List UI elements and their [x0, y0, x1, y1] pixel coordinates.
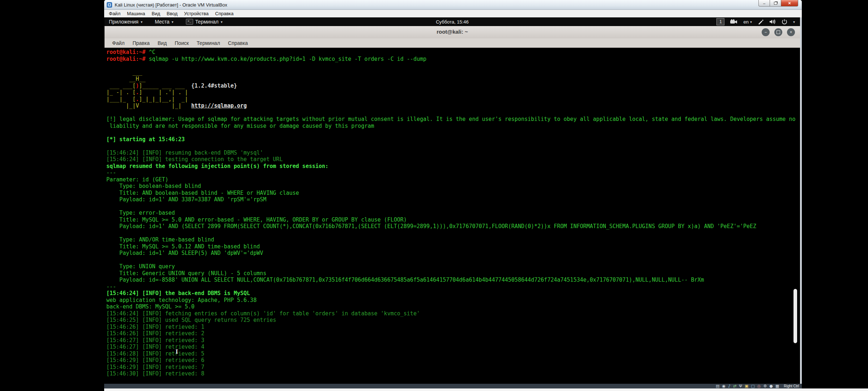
- terminal-text-span: |_ -| . [: [106, 89, 136, 96]
- terminal-line: [106, 109, 800, 116]
- panel-item-2[interactable]: >_Терминал▾: [186, 19, 223, 25]
- optical-disk-icon[interactable]: ◉: [722, 384, 726, 388]
- mouse-icon[interactable]: ●: [769, 384, 773, 388]
- vbox-menu-item-4[interactable]: Устройства: [181, 10, 212, 17]
- vbox-menu-item-2[interactable]: Вид: [148, 10, 163, 17]
- terminal-scrollbar[interactable]: [793, 289, 797, 343]
- vbox-titlebar[interactable]: Kali Linux (чистая) [Работает] - Oracle …: [104, 0, 802, 10]
- terminal-line: liability and are not responsible for an…: [106, 123, 800, 130]
- terminal-text-span: ]_|_|_|__,| _|: [139, 96, 188, 102]
- audio-icon[interactable]: ♪: [728, 384, 731, 388]
- terminal-menu-item-0[interactable]: Файл: [108, 39, 128, 47]
- window-title: Kali Linux (чистая) [Работает] - Oracle …: [115, 2, 227, 8]
- hard-disk-icon[interactable]: ▤: [716, 384, 719, 388]
- terminal-line: Type: AND/OR time-based blind: [106, 236, 800, 243]
- panel-item-label: Приложения: [109, 19, 139, 25]
- terminal-text-span: [15:46:27] [INFO] retrieved: 3: [106, 337, 204, 344]
- terminal-line: [15:46:29] [INFO] retrieved: 6: [106, 357, 800, 364]
- terminal-text-span: Title: MySQL >= 5.0.12 AND time-based bl…: [106, 243, 260, 250]
- terminal-text-span: ---: [106, 283, 116, 290]
- pen-icon[interactable]: [758, 19, 763, 25]
- terminal-text-span: liability and are not responsible for an…: [106, 123, 374, 129]
- terminal-text-span: [*] starting at 15:46:23: [106, 136, 185, 143]
- terminal-text-span: ] | .'| . |: [139, 89, 188, 96]
- terminal-line: Payload: id=1' AND (SELECT 2899 FROM(SEL…: [106, 223, 800, 230]
- chevron-down-icon: ▾: [172, 20, 174, 24]
- close-button[interactable]: ×: [781, 0, 798, 7]
- terminal-line: [15:46:25] [INFO] used SQL query returns…: [106, 317, 800, 324]
- keyboard-icon[interactable]: ▦: [775, 384, 779, 388]
- virtualbox-logo-icon: [106, 2, 112, 8]
- power-icon[interactable]: [782, 19, 787, 25]
- terminal-text-span: Title: MySQL >= 5.0 AND error-based - WH…: [106, 216, 407, 223]
- terminal-line: Type: UNION query: [106, 263, 800, 270]
- terminal-text-span: [15:46:24] [INFO] the back-end DBMS is M…: [106, 290, 250, 297]
- display-icon[interactable]: ▢: [751, 384, 754, 388]
- panel-menu-chevron-icon[interactable]: ▾: [793, 20, 795, 24]
- terminal-menu-item-1[interactable]: Правка: [128, 39, 153, 47]
- terminal-line: [15:46:24] [INFO] resuming back-end DBMS…: [106, 150, 800, 156]
- terminal-line: [!] legal disclaimer: Usage of sqlmap fo…: [106, 116, 800, 123]
- vbox-menu-item-5[interactable]: Справка: [212, 10, 237, 17]
- panel-item-1[interactable]: Места▾: [155, 19, 174, 25]
- terminal-text-span: ---: [106, 169, 116, 176]
- restore-button[interactable]: [770, 0, 781, 7]
- minimize-button[interactable]: –: [758, 0, 770, 7]
- terminal-line: [106, 62, 800, 69]
- kali-top-panel: Приложения▾Места▾>_Терминал▾ Суббота, 15…: [105, 17, 800, 26]
- terminal-minimize-button[interactable]: −: [762, 28, 770, 36]
- terminal-line: Parameter: id (GET): [106, 176, 800, 183]
- panel-item-0[interactable]: Приложения▾: [109, 19, 142, 25]
- terminal-output[interactable]: root@kali:~# ^Croot@kali:~# sqlmap -u ht…: [105, 48, 800, 384]
- terminal-line: [15:46:24] [INFO] the back-end DBMS is M…: [106, 290, 800, 297]
- terminal-line: [106, 230, 800, 237]
- shared-folders-icon[interactable]: ▣: [745, 384, 748, 388]
- terminal-line: [15:46:27] [INFO] retrieved: 3: [106, 337, 800, 344]
- mouse-text-cursor: I: [175, 348, 178, 355]
- camera-icon[interactable]: [730, 19, 737, 24]
- panel-clock[interactable]: Суббота, 15:46: [436, 19, 469, 25]
- terminal-line: [106, 143, 800, 150]
- terminal-line: back-end DBMS: MySQL >= 5.0: [106, 303, 800, 310]
- workspace-indicator[interactable]: 1: [716, 18, 724, 25]
- vbox-menu-item-1[interactable]: Машина: [124, 10, 148, 17]
- screenshot-stage: Kali Linux (чистая) [Работает] - Oracle …: [0, 0, 868, 391]
- terminal-text-span: [15:46:24] [INFO] resuming back-end DBMS…: [106, 150, 263, 156]
- terminal-text-span: __H__: [106, 76, 145, 82]
- terminal-text-span: [15:46:26] [INFO] retrieved: 1: [106, 324, 204, 330]
- terminal-text-span: ___ ___[: [106, 83, 136, 89]
- terminal-menu-item-3[interactable]: Поиск: [171, 39, 193, 47]
- terminal-line: [15:46:30] [INFO] retrieved: 8: [106, 370, 800, 377]
- terminal-text-span: root@kali:~#: [106, 49, 149, 55]
- terminal-window: root@kali: ~ − × ФайлПравкаВидПоискТерми…: [105, 26, 800, 384]
- terminal-text-span: ^C: [149, 49, 155, 55]
- terminal-text-span: {1.2.4#stable}: [191, 83, 237, 89]
- terminal-text-span: sqlmap resumed the following injection p…: [106, 163, 328, 169]
- terminal-line: Payload: id=1' AND 3387=3387 AND 'rpSM'=…: [106, 196, 800, 203]
- terminal-text-span: ): [136, 83, 139, 89]
- terminal-text-span: [15:46:26] [INFO] retrieved: 2: [106, 330, 204, 337]
- terminal-menu-item-2[interactable]: Вид: [154, 39, 171, 47]
- volume-icon[interactable]: [769, 19, 776, 24]
- host-taskbar-strip: [104, 388, 868, 391]
- terminal-line: |_ -| . [.] | .'| . |: [106, 89, 800, 96]
- terminal-text-span: Type: UNION query: [106, 263, 175, 270]
- terminal-maximize-button[interactable]: [774, 28, 782, 36]
- terminal-line: ___ ___[)]_____ ___ ___ {1.2.4#stable}: [106, 83, 800, 89]
- vbox-menubar: ФайлМашинаВидВводУстройстваСправка: [104, 10, 802, 17]
- terminal-titlebar[interactable]: root@kali: ~ − ×: [105, 26, 800, 39]
- terminal-menu-item-4[interactable]: Терминал: [193, 39, 224, 47]
- terminal-line: [*] starting at 15:46:23: [106, 136, 800, 143]
- recording-icon[interactable]: ◎: [757, 384, 761, 388]
- terminal-text-span: ___: [106, 69, 142, 76]
- terminal-close-button[interactable]: ×: [787, 28, 795, 36]
- features-icon[interactable]: ⚙: [763, 384, 767, 388]
- terminal-text-span: |_|V |_|: [106, 102, 191, 109]
- network-icon[interactable]: ⇄: [733, 384, 736, 388]
- vbox-menu-item-0[interactable]: Файл: [106, 10, 124, 17]
- terminal-text-span: Parameter: id (GET): [106, 176, 169, 183]
- keyboard-layout-indicator[interactable]: en ▾: [743, 19, 752, 25]
- usb-icon[interactable]: Ψ: [739, 384, 742, 388]
- vbox-menu-item-3[interactable]: Ввод: [163, 10, 181, 17]
- terminal-menu-item-5[interactable]: Справка: [224, 39, 252, 47]
